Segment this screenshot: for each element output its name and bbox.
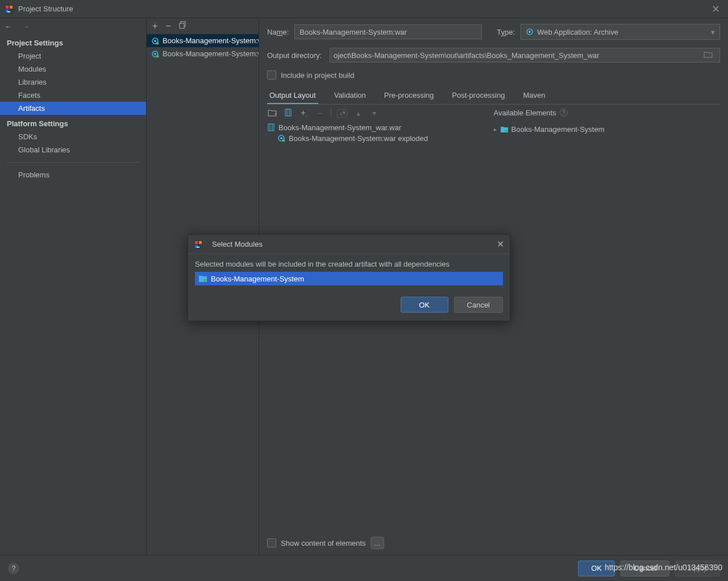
artifact-icon xyxy=(277,134,285,142)
show-content-checkbox[interactable] xyxy=(267,538,276,547)
module-item-label: Books-Management-System xyxy=(211,275,304,283)
titlebar: Project Structure ✕ xyxy=(0,0,728,18)
watermark: https://blog.csdn.net/u013456390 xyxy=(605,563,722,572)
back-icon[interactable]: ← xyxy=(5,22,12,31)
sidebar-item-global-libraries[interactable]: Global Libraries xyxy=(0,143,146,156)
modal-description: Selected modules will be included in the… xyxy=(195,260,503,268)
tab-maven[interactable]: Maven xyxy=(521,88,547,104)
down-icon[interactable]: ▾ xyxy=(369,109,379,118)
add-copy-icon[interactable]: +▫ xyxy=(299,108,309,119)
sidebar-item-libraries[interactable]: Libraries xyxy=(0,76,146,89)
sidebar: ← → Project Settings Project Modules Lib… xyxy=(0,18,147,555)
svg-point-9 xyxy=(156,42,159,44)
sidebar-item-artifacts[interactable]: Artifacts xyxy=(0,102,146,115)
sidebar-item-facets[interactable]: Facets xyxy=(0,89,146,102)
available-element-item[interactable]: ▸ Books-Management-System xyxy=(494,124,721,135)
artifact-icon xyxy=(151,37,159,45)
module-icon xyxy=(198,274,207,283)
svg-rect-25 xyxy=(505,130,507,132)
svg-rect-2 xyxy=(10,6,13,9)
artifact-item-label: Books-Management-System:war xyxy=(163,36,259,45)
tree-item-war[interactable]: Books-Management-System_war.war xyxy=(267,122,494,133)
sidebar-heading-project-settings: Project Settings xyxy=(0,34,146,49)
tab-postprocessing[interactable]: Post-processing xyxy=(450,88,507,104)
available-elements-label: Available Elements xyxy=(494,109,556,117)
sidebar-item-modules[interactable]: Modules xyxy=(0,63,146,76)
modal-title: Select Modules xyxy=(212,240,497,248)
svg-text:+: + xyxy=(274,111,277,117)
svg-point-24 xyxy=(282,139,285,142)
chevron-right-icon: ▸ xyxy=(494,126,497,132)
artifact-icon xyxy=(151,50,159,58)
svg-rect-4 xyxy=(7,11,10,13)
name-label: Name: xyxy=(267,28,289,36)
svg-rect-30 xyxy=(197,247,199,248)
tab-output-layout[interactable]: Output Layout xyxy=(267,88,318,104)
artifact-list-item[interactable]: Books-Management-System:war xyxy=(147,34,259,47)
svg-point-23 xyxy=(280,137,282,139)
tree-item-label: Books-Management-System_war.war xyxy=(278,123,401,132)
name-input[interactable] xyxy=(294,24,482,39)
archive-icon[interactable] xyxy=(283,109,293,118)
app-icon xyxy=(5,5,14,14)
help-icon[interactable]: ? xyxy=(560,109,568,117)
sort-icon[interactable]: ↓ᴬ xyxy=(337,109,347,118)
tab-preprocessing[interactable]: Pre-processing xyxy=(382,88,436,104)
tree-item-sub[interactable]: Books-Management-System:war exploded xyxy=(267,133,494,144)
window-title: Project Structure xyxy=(18,5,708,13)
svg-point-8 xyxy=(154,40,156,42)
output-layout-tree: Books-Management-System_war.war Books-Ma… xyxy=(267,122,494,555)
sidebar-item-sdks[interactable]: SDKs xyxy=(0,130,146,143)
forward-icon[interactable]: → xyxy=(22,22,30,31)
app-icon xyxy=(194,240,203,249)
svg-rect-19 xyxy=(268,124,274,131)
show-content-more-button[interactable]: ... xyxy=(371,537,384,549)
available-element-label: Books-Management-System xyxy=(511,125,605,134)
type-dropdown[interactable]: Web Application: Archive ▾ xyxy=(521,24,720,40)
modal-cancel-button[interactable]: Cancel xyxy=(454,297,503,313)
output-dir-value: oject\Books-Management-System\out\artifa… xyxy=(334,51,701,60)
sidebar-divider xyxy=(7,162,139,163)
type-label: Type: xyxy=(497,28,515,36)
output-dir-label: Output directory: xyxy=(267,51,322,60)
remove-icon[interactable]: − xyxy=(165,21,170,31)
type-value: Web Application: Archive xyxy=(537,28,618,36)
tab-validation[interactable]: Validation xyxy=(332,88,368,104)
copy-icon[interactable] xyxy=(179,21,187,31)
tab-bar: Output Layout Validation Pre-processing … xyxy=(267,88,720,105)
separator xyxy=(331,108,331,118)
nav-arrows: ← → xyxy=(0,18,146,34)
output-dir-input[interactable]: oject\Books-Management-System\out\artifa… xyxy=(330,48,720,63)
sidebar-item-problems[interactable]: Problems xyxy=(0,168,146,181)
show-content-label: Show content of elements xyxy=(281,539,366,547)
tree-item-label: Books-Management-System:war exploded xyxy=(289,134,428,143)
svg-rect-16 xyxy=(285,109,291,116)
svg-rect-1 xyxy=(6,6,9,9)
include-build-label: Include in project build xyxy=(281,71,354,80)
show-content-row: Show content of elements ... xyxy=(267,537,384,549)
artifact-list-toolbar: + − xyxy=(147,18,259,34)
chevron-down-icon: ▾ xyxy=(711,28,715,36)
svg-rect-28 xyxy=(199,241,202,244)
svg-rect-31 xyxy=(203,279,206,282)
close-icon[interactable]: ✕ xyxy=(708,3,723,15)
close-icon[interactable]: ✕ xyxy=(497,239,504,250)
folder-icon[interactable] xyxy=(704,51,716,60)
artifact-list-item[interactable]: Books-Management-System:war exploded xyxy=(147,47,259,60)
artifact-item-label: Books-Management-System:war exploded xyxy=(163,49,259,58)
remove-layout-icon[interactable]: − xyxy=(315,109,325,118)
up-icon[interactable]: ▴ xyxy=(353,109,363,118)
svg-rect-27 xyxy=(195,241,198,244)
modal-ok-button[interactable]: OK xyxy=(401,297,448,313)
include-build-checkbox[interactable] xyxy=(267,70,276,80)
sidebar-item-project[interactable]: Project xyxy=(0,49,146,63)
svg-point-12 xyxy=(156,55,159,57)
module-icon xyxy=(500,125,508,133)
module-list-item[interactable]: Books-Management-System xyxy=(195,272,503,285)
select-modules-dialog: Select Modules ✕ Selected modules will b… xyxy=(188,234,510,321)
available-elements: Available Elements ? ▸ Books-Management-… xyxy=(494,122,721,555)
add-icon[interactable]: + xyxy=(152,21,157,31)
new-folder-icon[interactable]: + xyxy=(267,109,277,118)
help-button[interactable]: ? xyxy=(8,563,19,574)
archive-file-icon xyxy=(267,123,275,131)
